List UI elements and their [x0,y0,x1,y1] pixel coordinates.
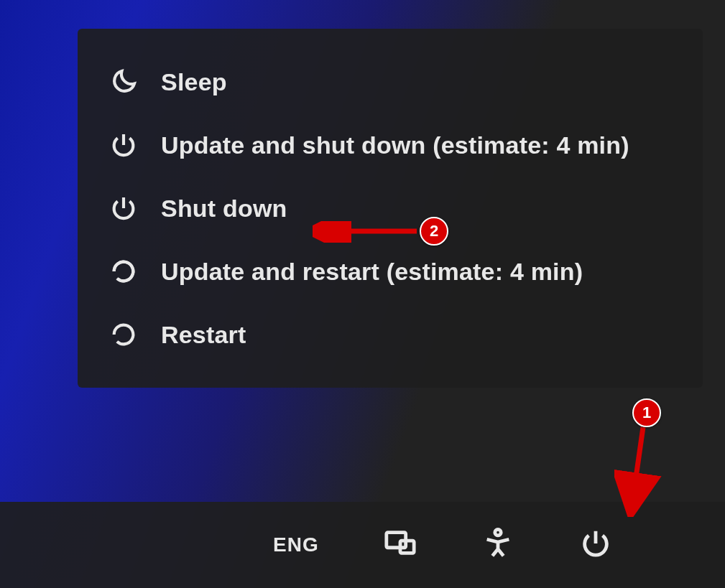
svg-point-3 [494,529,500,535]
annotation-badge-1: 1 [632,398,661,427]
menu-item-update-restart[interactable]: Update and restart (estimate: 4 min) [78,240,703,303]
menu-label: Restart [161,321,246,349]
power-menu: Sleep Update and shut down (estimate: 4 … [78,29,703,388]
restart-icon [106,254,141,289]
language-button[interactable]: ENG [273,523,319,566]
accessibility-icon [481,527,514,563]
lock-screen-taskbar: ENG [0,502,725,588]
menu-label: Update and shut down (estimate: 4 min) [161,131,629,159]
menu-label: Update and restart (estimate: 4 min) [161,258,583,286]
annotation-badge-2: 2 [420,217,448,246]
accessibility-button[interactable] [481,523,514,566]
power-icon [106,191,141,225]
menu-label: Sleep [161,68,227,96]
power-button[interactable] [579,523,612,566]
power-icon [579,527,612,563]
menu-item-shutdown[interactable]: Shut down [78,177,703,240]
power-icon [106,128,141,162]
lock-screen: Sleep Update and shut down (estimate: 4 … [0,0,725,588]
menu-item-update-shutdown[interactable]: Update and shut down (estimate: 4 min) [78,113,703,177]
menu-item-restart[interactable]: Restart [78,303,703,366]
menu-label: Shut down [161,195,287,223]
network-icon [384,527,417,563]
language-label: ENG [273,533,319,556]
restart-icon [106,317,141,352]
menu-item-sleep[interactable]: Sleep [78,50,703,113]
svg-line-4 [632,427,643,503]
network-button[interactable] [384,523,417,566]
moon-icon [106,65,141,99]
